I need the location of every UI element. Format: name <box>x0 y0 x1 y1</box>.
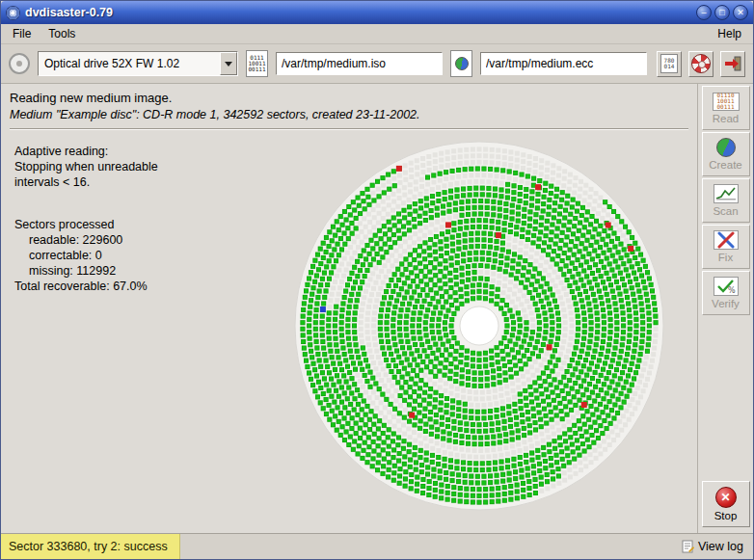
menu-help[interactable]: Help <box>709 25 750 42</box>
read-button[interactable]: 01110 10011 00111 Read <box>702 86 750 130</box>
mode-title: Adaptive reading: <box>14 144 158 159</box>
titlebar[interactable]: dvdisaster-0.79 – □ ✕ <box>1 1 753 24</box>
ecc-file-icon <box>450 50 472 77</box>
minimize-button[interactable]: – <box>696 5 712 20</box>
stop-label: Stop <box>714 510 738 521</box>
status-message: Sector 333680, try 2: success <box>1 534 180 559</box>
create-icon <box>716 138 736 157</box>
quit-button[interactable] <box>720 51 745 77</box>
maximize-button[interactable]: □ <box>714 5 730 20</box>
image-file-input[interactable] <box>276 52 443 75</box>
drive-icon <box>9 53 30 74</box>
menu-tools[interactable]: Tools <box>40 25 84 42</box>
view-log-label: View log <box>698 540 743 553</box>
toolbar: Optical drive 52X FW 1.02 0111 10011 001… <box>1 44 753 84</box>
create-label: Create <box>709 159 742 171</box>
exit-door-icon <box>723 54 742 73</box>
window-title: dvdisaster-0.79 <box>25 6 113 19</box>
sectors-readable: readable: 229600 <box>14 232 158 248</box>
disc-sector-map <box>286 133 672 519</box>
status-header: Reading new medium image. Medium "Exampl… <box>1 84 697 130</box>
menubar: File Tools Help <box>1 24 753 44</box>
mode-line: intervals < 16. <box>14 174 158 190</box>
verify-label: Verify <box>712 298 740 309</box>
sectors-title: Sectors processed <box>14 217 158 232</box>
action-sidebar: 01110 10011 00111 Read Create Scan <box>697 84 753 533</box>
view-log-button[interactable]: View log <box>672 534 753 559</box>
lifesaver-icon <box>691 54 711 73</box>
sectors-correctable: correctable: 0 <box>14 248 158 263</box>
log-sheet-icon <box>682 540 694 553</box>
fix-button[interactable]: Fix <box>702 225 750 269</box>
preferences-button[interactable]: 780 014 <box>657 51 682 77</box>
verify-button[interactable]: % Verify <box>702 271 750 315</box>
main-panel: Reading new medium image. Medium "Exampl… <box>1 84 697 533</box>
total-recoverable: Total recoverable: 67.0% <box>14 279 158 294</box>
window-body: Reading new medium image. Medium "Exampl… <box>1 84 753 533</box>
stop-button[interactable]: ✕ Stop <box>702 481 750 527</box>
verify-icon: % <box>714 277 739 296</box>
app-window: dvdisaster-0.79 – □ ✕ File Tools Help Op… <box>0 0 754 560</box>
app-icon <box>6 6 20 20</box>
stop-icon: ✕ <box>715 487 737 508</box>
drive-selector-value: Optical drive 52X FW 1.02 <box>39 52 220 75</box>
preferences-icon: 780 014 <box>660 54 678 73</box>
ecc-file-input[interactable] <box>480 52 647 75</box>
toolbar-right-group: 780 014 <box>657 51 745 77</box>
close-button[interactable]: ✕ <box>733 5 748 20</box>
image-file-icon-digits: 00111 <box>248 67 265 72</box>
read-label: Read <box>713 113 740 124</box>
reading-info-panel: Adaptive reading: Stopping when unreadab… <box>14 144 158 294</box>
drive-selector-dropdown[interactable]: Optical drive 52X FW 1.02 <box>38 51 238 76</box>
statusbar: Sector 333680, try 2: success View log <box>1 533 753 559</box>
mode-line: Stopping when unreadable <box>14 159 158 174</box>
sectors-missing: missing: 112992 <box>14 263 158 279</box>
scan-button[interactable]: Scan <box>702 178 750 223</box>
fix-label: Fix <box>718 252 733 263</box>
menu-file[interactable]: File <box>4 25 40 42</box>
create-button[interactable]: Create <box>702 132 750 176</box>
scan-icon <box>714 184 739 203</box>
read-icon: 01110 10011 00111 <box>713 93 740 111</box>
scan-label: Scan <box>713 205 738 217</box>
svg-text:%: % <box>728 286 736 295</box>
help-button[interactable] <box>688 51 714 77</box>
fix-icon <box>714 230 739 250</box>
action-title: Reading new medium image. <box>10 91 688 105</box>
chevron-down-icon <box>220 52 237 75</box>
medium-info: Medium "Example disc": CD-R mode 1, 3425… <box>10 108 688 121</box>
content-area: Adaptive reading: Stopping when unreadab… <box>1 130 697 533</box>
image-file-icon: 0111 10011 00111 <box>246 50 268 77</box>
window-controls: – □ ✕ <box>696 5 748 20</box>
ecc-glyph-icon <box>455 57 469 70</box>
